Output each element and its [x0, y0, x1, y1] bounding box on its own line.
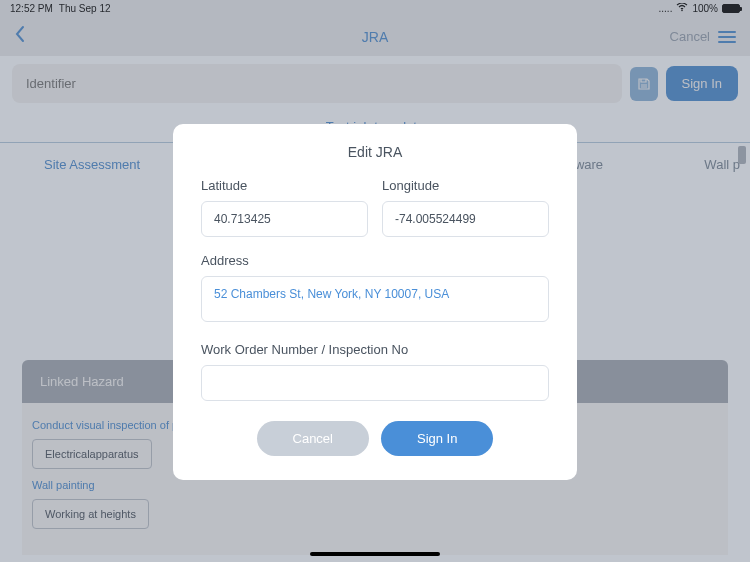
longitude-label: Longitude [382, 178, 549, 193]
address-input[interactable]: 52 Chambers St, New York, NY 10007, USA [201, 276, 549, 322]
edit-jra-modal: Edit JRA Latitude Longitude Address 52 C… [173, 124, 577, 480]
modal-overlay[interactable]: Edit JRA Latitude Longitude Address 52 C… [0, 0, 750, 562]
latitude-label: Latitude [201, 178, 368, 193]
longitude-input[interactable] [382, 201, 549, 237]
modal-title: Edit JRA [201, 144, 549, 160]
address-label: Address [201, 253, 549, 268]
work-order-label: Work Order Number / Inspection No [201, 342, 549, 357]
work-order-input[interactable] [201, 365, 549, 401]
modal-cancel-button[interactable]: Cancel [257, 421, 369, 456]
modal-signin-button[interactable]: Sign In [381, 421, 493, 456]
home-indicator[interactable] [310, 552, 440, 556]
latitude-input[interactable] [201, 201, 368, 237]
